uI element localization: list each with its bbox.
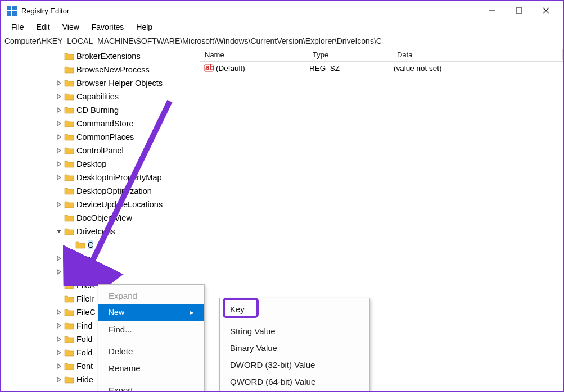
separator: [103, 379, 200, 379]
tree-node[interactable]: BrowseNewProcess: [1, 63, 200, 76]
twist-icon[interactable]: [55, 66, 63, 74]
twist-icon[interactable]: [55, 227, 63, 235]
svg-rect-3: [12, 11, 17, 16]
twist-icon[interactable]: [55, 174, 63, 181]
tree-label: Capabilities: [76, 92, 119, 101]
col-type[interactable]: Type: [308, 49, 392, 60]
close-button[interactable]: [540, 5, 552, 16]
ctx-find[interactable]: Find...: [98, 321, 204, 338]
twist-icon[interactable]: [55, 106, 63, 114]
value-name: (Default): [216, 64, 309, 72]
folder-icon: [64, 187, 74, 195]
address-text: Computer\HKEY_LOCAL_MACHINE\SOFTWARE\Mic…: [4, 37, 382, 45]
tree-label: ControlPanel: [76, 146, 124, 155]
ctx-new-qword[interactable]: QWORD (64-bit) Value: [220, 373, 369, 390]
folder-icon: [64, 389, 74, 390]
folder-icon: [64, 174, 74, 181]
tree-node[interactable]: Capabilities: [1, 90, 200, 103]
tree-node[interactable]: BrokerExtensions: [1, 49, 200, 63]
menu-view[interactable]: View: [57, 21, 85, 33]
folder-icon: [64, 214, 74, 222]
twist-icon[interactable]: [55, 200, 63, 208]
twist-icon[interactable]: [55, 52, 63, 60]
value-row[interactable]: ab (Default) REG_SZ (value not set): [200, 62, 563, 74]
col-data[interactable]: Data: [392, 49, 563, 60]
twist-icon[interactable]: [55, 349, 63, 357]
twist-icon[interactable]: [55, 322, 63, 330]
svg-text:ab: ab: [205, 63, 214, 72]
twist-icon[interactable]: [55, 120, 63, 127]
ctx-rename[interactable]: Rename: [98, 359, 204, 376]
menu-help[interactable]: Help: [130, 21, 158, 33]
menu-edit[interactable]: Edit: [31, 21, 56, 33]
twist-icon[interactable]: [55, 93, 63, 101]
twist-icon[interactable]: [55, 295, 63, 303]
menu-favorites[interactable]: Favorites: [86, 21, 130, 33]
tree-label: Hide: [76, 375, 93, 384]
tree-label: FileIr: [76, 294, 94, 303]
ctx-export[interactable]: Export: [98, 381, 204, 392]
twist-icon[interactable]: [55, 187, 63, 195]
ctx-expand[interactable]: Expand: [98, 287, 204, 304]
twist-icon[interactable]: [55, 308, 63, 316]
folder-icon: [64, 268, 74, 276]
folder-icon: [64, 200, 74, 208]
tree-label: Browser Helper Objects: [76, 79, 163, 88]
ctx-new-dword[interactable]: DWORD (32-bit) Value: [220, 356, 369, 373]
ctx-new[interactable]: New▸: [98, 304, 204, 321]
menu-file[interactable]: File: [6, 21, 30, 33]
ctx-new-multistring[interactable]: Multi-String Value: [220, 390, 369, 392]
minimize-button[interactable]: [486, 5, 498, 16]
tree-label: CommandStore: [76, 119, 134, 128]
twist-icon[interactable]: [55, 335, 63, 343]
svg-rect-1: [12, 6, 17, 10]
twist-icon[interactable]: [55, 160, 63, 168]
ctx-new-string[interactable]: String Value: [220, 322, 369, 339]
tree-node[interactable]: DesktopOptimization: [1, 184, 200, 198]
address-bar[interactable]: Computer\HKEY_LOCAL_MACHINE\SOFTWARE\Mic…: [1, 34, 563, 48]
twist-icon[interactable]: [55, 389, 63, 390]
twist-icon[interactable]: [55, 133, 63, 141]
tree-node[interactable]: CommonPlaces: [1, 130, 200, 144]
tree-node[interactable]: Desktop: [1, 157, 200, 171]
tree-node[interactable]: DeviceUpdateLocations: [1, 198, 200, 211]
tree-label: CD Burning: [76, 106, 119, 115]
tree-node[interactable]: CD Burning: [1, 103, 200, 117]
svg-rect-2: [7, 11, 11, 16]
tree-node[interactable]: C: [1, 238, 200, 252]
ctx-new-binary[interactable]: Binary Value: [220, 339, 369, 356]
context-submenu-new: Key String Value Binary Value DWORD (32-…: [219, 298, 370, 392]
tree-node[interactable]: DocObjectView: [1, 211, 200, 225]
tree-node[interactable]: Exec: [1, 252, 200, 265]
window-title: Registry Editor: [21, 7, 486, 15]
twist-icon[interactable]: [55, 376, 63, 384]
tree-node[interactable]: CommandStore: [1, 117, 200, 130]
folder-icon: [64, 160, 74, 168]
tree-node[interactable]: ControlPanel: [1, 144, 200, 157]
ctx-delete[interactable]: Delete: [98, 343, 204, 359]
folder-icon: [64, 376, 74, 384]
twist-icon[interactable]: [55, 214, 63, 222]
folder-icon: [64, 66, 74, 74]
twist-icon[interactable]: [66, 241, 74, 249]
context-menu: Expand New▸ Find... Delete Rename Export…: [98, 284, 205, 392]
twist-icon[interactable]: [55, 79, 63, 87]
tree-node[interactable]: Browser Helper Objects: [1, 76, 200, 90]
maximize-button[interactable]: [513, 5, 525, 16]
tree-node[interactable]: DesktopIniPropertyMap: [1, 171, 200, 184]
folder-icon: [64, 295, 74, 303]
tree-node[interactable]: DriveIcons: [1, 225, 200, 238]
twist-icon[interactable]: [55, 281, 63, 289]
ctx-new-key[interactable]: Key: [220, 300, 369, 317]
twist-icon[interactable]: [55, 147, 63, 154]
tree-label: Hom: [76, 389, 94, 390]
twist-icon[interactable]: [55, 362, 63, 370]
col-name[interactable]: Name: [200, 49, 308, 60]
tree-label: DeviceUpdateLocations: [76, 200, 163, 209]
twist-icon[interactable]: [55, 268, 63, 276]
tree-label: FileA: [76, 281, 95, 290]
twist-icon[interactable]: [55, 254, 63, 262]
folder-icon: [75, 241, 85, 249]
tree-node[interactable]: Exter: [1, 265, 200, 279]
tree-label: CommonPlaces: [76, 133, 134, 142]
